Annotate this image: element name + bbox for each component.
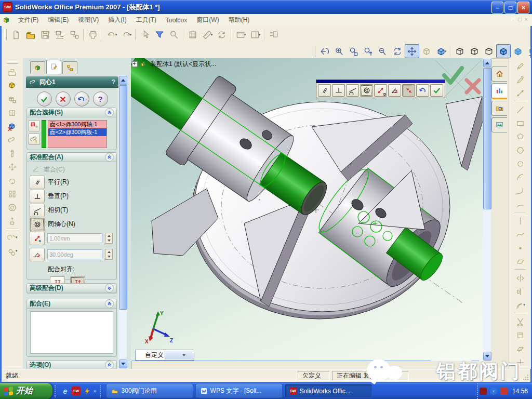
angle-mate-icon[interactable] [388,84,401,97]
flyout-feature-tree[interactable]: 装配体1 (默认<显示状... [132,60,216,69]
zoom-to-fit-icon[interactable] [332,44,347,58]
mate-perpendicular[interactable]: 垂直(P) [30,190,116,203]
scrollbar-thumb[interactable] [139,361,431,361]
close-button[interactable]: × [517,2,529,14]
help-icon[interactable]: ? [112,78,115,86]
menu-view[interactable]: 视图(V) [73,14,103,26]
angle-input[interactable] [47,249,102,259]
selection-item-selected[interactable]: 面<2>@300阀板-1 [48,128,107,136]
trim-entities-icon[interactable] [513,315,527,328]
select-cursor-icon[interactable] [138,28,152,42]
sketch-icon[interactable] [513,59,527,73]
vertical-scrollbar[interactable] [483,58,491,361]
3-point-arc-icon[interactable] [513,197,527,211]
offset-entities-icon[interactable]: ▾ [513,298,527,312]
hidden-lines-visible-icon[interactable] [467,44,482,58]
new-document-icon[interactable] [9,28,23,42]
flip-mate-alignment-icon[interactable] [402,84,415,97]
tab-configurationmanager[interactable] [62,61,77,74]
shaded-icon[interactable] [511,44,525,58]
taskbar-button-solidworks[interactable]: SW SolidWorks Offic... [285,384,372,398]
parallel-icon[interactable] [30,176,45,189]
make-drawing-from-part-icon[interactable] [52,28,67,42]
mdi-minimize-button[interactable]: – [512,16,515,22]
save-document-icon[interactable] [38,28,52,42]
circle-icon[interactable] [513,143,527,157]
tree-item-label[interactable]: 装配体1 (默认<显示状... [150,60,216,69]
scroll-up-button[interactable] [119,76,127,85]
new-motion-study-icon[interactable]: ▾ [5,244,20,258]
panel-scrollbar[interactable] [118,75,127,369]
scrollbar-thumb[interactable] [119,85,127,310]
tangent-mate-icon[interactable] [346,84,359,97]
command-manager-icon[interactable] [267,28,281,42]
taskbar-button-wps[interactable]: WPS 文字 - [Soli... [195,384,283,398]
toolbar-grip[interactable] [4,29,7,41]
standard-mates-header[interactable]: 标准配合(A) [27,153,116,162]
parallel-mate-icon[interactable] [318,84,331,97]
expand-chevron-icon[interactable] [105,284,114,292]
collapse-chevron-icon[interactable] [105,299,114,308]
view-orientation-icon[interactable]: ▾ [434,44,448,58]
menu-edit[interactable]: 编辑(E) [43,14,73,26]
mates-header[interactable]: 配合(E) [27,299,116,309]
undo-button[interactable] [74,91,89,107]
construction-geometry-icon[interactable] [513,355,527,369]
scroll-down-button[interactable] [119,360,127,368]
maximize-button[interactable]: □ [504,2,516,14]
polygon-icon[interactable] [513,130,527,143]
print-icon[interactable] [86,28,100,42]
mdi-close-button[interactable]: × [525,16,528,22]
start-button[interactable]: 开始 [0,383,52,399]
plane-icon[interactable] [513,255,527,268]
convert-entities-icon[interactable] [513,328,527,342]
zoom-to-selection-icon[interactable] [376,44,390,58]
concentric-icon[interactable] [30,218,45,231]
scroll-right-button[interactable] [471,361,480,361]
make-assembly-from-part-icon[interactable] [67,28,82,42]
resize-grip[interactable] [522,374,529,381]
point-icon[interactable] [513,241,527,255]
redo-icon[interactable]: ▾ [119,28,134,42]
menu-toolbox[interactable]: Toolbox [161,15,192,25]
solidworks-quicklaunch-icon[interactable]: SW [72,387,81,395]
combo-dropdown-icon[interactable] [165,351,194,360]
toolbar-grip[interactable] [7,61,18,64]
advanced-mates-header[interactable]: 高级配合(D) [27,284,116,293]
tab-design-library[interactable] [491,83,507,99]
mate-selection-list[interactable]: 面<1>@300阀轴-1 面<2>@300阀板-1 [48,120,107,148]
sketch-grid-icon[interactable] [185,28,200,42]
tab-solidworks-resources[interactable] [491,66,507,82]
horizontal-scrollbar[interactable] [131,361,481,361]
pm-help-button[interactable]: ? [93,91,108,107]
tray-collapse-icon[interactable]: ‹ [490,388,497,395]
zoom-to-area-icon[interactable] [347,44,361,58]
distance-icon[interactable]: D [30,232,45,245]
tray-app-icon[interactable] [480,388,487,395]
graphics-viewport[interactable]: 装配体1 (默认<显示状... D Y Z X [131,58,483,361]
quick-launch-more-icon[interactable]: » [94,388,97,394]
perpendicular-mate-icon[interactable] [332,84,345,97]
assembly-features-icon[interactable]: ▾ [5,231,20,244]
circular-component-pattern-icon[interactable] [5,201,20,214]
tab-file-explorer[interactable] [491,101,507,116]
open-document-icon[interactable] [23,28,38,42]
rectangle-icon[interactable] [513,116,527,130]
collapse-chevron-icon[interactable] [105,153,114,162]
mate-concentric[interactable]: 同轴心(N) [30,218,116,231]
smart-fasteners-icon[interactable] [5,147,20,160]
spline-icon[interactable] [513,228,527,241]
task-pane-toggle-icon[interactable]: ▾ [248,28,262,42]
insert-components-icon[interactable] [5,65,20,79]
menu-insert[interactable]: 插入(I) [103,14,131,26]
mate-selections-header[interactable]: 配合选择(S) [27,108,116,117]
move-component-icon[interactable] [5,160,20,174]
rotate-view-icon[interactable] [390,44,405,58]
measure-tool-icon[interactable]: ▾ [200,28,215,42]
mdi-restore-button[interactable]: □ [518,16,522,22]
undo-mate-icon[interactable] [416,84,429,97]
new-assembly-icon[interactable] [5,92,20,106]
surface-offset-icon[interactable] [513,342,527,355]
options-header[interactable]: 选项(O) [27,361,116,369]
selection-filter-icon[interactable] [152,28,167,42]
